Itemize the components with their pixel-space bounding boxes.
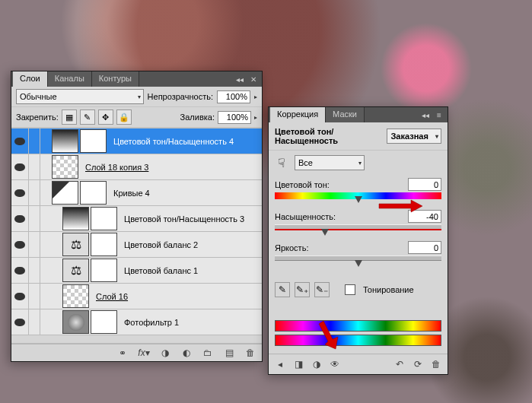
layer-item[interactable]: Слой 18 копия 3: [11, 154, 262, 180]
reset-icon[interactable]: ⟳: [411, 357, 425, 371]
preset-select[interactable]: Заказная: [387, 129, 441, 144]
preset-value: Заказная: [390, 132, 428, 141]
visibility-toggle[interactable]: [11, 206, 29, 231]
tab-channels[interactable]: Каналы: [48, 71, 92, 87]
layer-thumbnail[interactable]: [52, 155, 78, 179]
layer-mask[interactable]: [80, 129, 107, 153]
opacity-input[interactable]: 100%: [217, 90, 250, 103]
adjustment-title-row: Цветовой тон/Насыщенность Заказная: [269, 122, 448, 151]
layer-item[interactable]: Слой 16: [11, 284, 262, 309]
lock-transparency-button[interactable]: ▦: [62, 109, 77, 125]
visibility-toggle[interactable]: [11, 232, 29, 257]
layer-name[interactable]: Фотофильтр 1: [118, 318, 262, 327]
adjustment-layer-icon[interactable]: ◐: [180, 346, 193, 360]
layer-item[interactable]: ⚖ Цветовой баланс 2: [11, 232, 262, 258]
clip-to-layer-icon[interactable]: ◑: [310, 357, 323, 371]
lock-all-button[interactable]: 🔒: [116, 109, 132, 125]
group-icon[interactable]: 🗀: [201, 346, 215, 360]
layer-thumbnail[interactable]: [62, 284, 89, 308]
lock-position-button[interactable]: ✥: [98, 109, 113, 125]
tab-adjustments[interactable]: Коррекция: [270, 107, 326, 122]
visibility-toggle[interactable]: [11, 129, 29, 154]
lightness-slider-thumb[interactable]: [355, 260, 362, 267]
visibility-toggle[interactable]: [11, 180, 29, 205]
layer-name[interactable]: Кривые 4: [107, 189, 262, 198]
fill-label: Заливка:: [180, 113, 215, 122]
layers-panel: Слои Каналы Контуры ◂◂ ✕ Обычные Непрозр…: [11, 71, 263, 362]
layer-style-icon[interactable]: fx▾: [137, 346, 151, 360]
tab-masks[interactable]: Маски: [326, 107, 365, 122]
chevron-down-icon[interactable]: ▸: [254, 94, 257, 100]
layers-list[interactable]: Цветовой тон/Насыщенность 4 Слой 18 копи…: [11, 128, 262, 344]
hue-slider[interactable]: [275, 192, 441, 199]
link-layers-icon[interactable]: ⚭: [116, 346, 129, 360]
saturation-input[interactable]: -40: [408, 210, 441, 223]
layer-item[interactable]: Цветовой тон/Насыщенность 4: [11, 129, 262, 154]
collapse-icon[interactable]: ◂◂: [420, 109, 431, 120]
layers-panel-header: Слои Каналы Контуры ◂◂ ✕: [11, 71, 262, 87]
eyedropper-minus-icon[interactable]: ✎₋: [314, 282, 330, 297]
layer-name[interactable]: Цветовой баланс 2: [118, 240, 262, 249]
layer-name[interactable]: Слой 18 копия 3: [79, 163, 262, 172]
layer-name[interactable]: Цветовой тон/Насыщенность 3: [118, 214, 262, 224]
layer-name[interactable]: Слой 16: [90, 292, 262, 301]
lightness-slider[interactable]: [275, 255, 441, 261]
back-icon[interactable]: ◂: [273, 357, 287, 371]
saturation-slider[interactable]: [275, 224, 441, 230]
range-select[interactable]: Все: [295, 155, 365, 170]
previous-state-icon[interactable]: ↶: [393, 357, 406, 371]
expand-view-icon[interactable]: ◨: [291, 357, 305, 371]
collapse-icon[interactable]: ◂◂: [234, 74, 245, 84]
layer-mask[interactable]: [91, 233, 117, 256]
layer-thumbnail[interactable]: [62, 207, 89, 230]
layer-mask[interactable]: [80, 181, 107, 205]
adjustment-body: ☟ Все Цветовой тон: 0 Насыщенность: -40 …: [269, 151, 448, 354]
visibility-toggle[interactable]: [11, 309, 29, 335]
layer-thumbnail[interactable]: ⚖: [62, 259, 89, 282]
blend-mode-select[interactable]: Обычные: [16, 89, 144, 104]
layer-item[interactable]: Цветовой тон/Насыщенность 3: [11, 206, 262, 232]
visibility-toggle[interactable]: [11, 284, 29, 309]
layer-item[interactable]: Кривые 4: [11, 180, 262, 206]
adjustments-panel-footer: ◂ ◨ ◑ 👁 ↶ ⟳ 🗑: [269, 354, 448, 374]
layer-name[interactable]: Цветовой баланс 1: [118, 266, 262, 275]
layer-name[interactable]: Цветовой тон/Насыщенность 4: [107, 137, 262, 146]
hue-slider-thumb[interactable]: [355, 196, 362, 203]
targeted-adjust-icon[interactable]: ☟: [275, 156, 288, 170]
panel-menu-icon[interactable]: ≡: [434, 109, 444, 120]
delete-adjustment-icon[interactable]: 🗑: [429, 357, 443, 371]
close-icon[interactable]: ✕: [248, 74, 259, 84]
layer-item[interactable]: Фотофильтр 1: [11, 309, 262, 335]
layer-thumbnail[interactable]: [52, 129, 78, 153]
colorize-label: Тонирование: [363, 285, 414, 294]
layer-mask[interactable]: [91, 259, 117, 282]
layers-panel-footer: ⚭ fx▾ ◑ ◐ 🗀 ▤ 🗑: [11, 344, 262, 361]
visibility-toggle[interactable]: [11, 154, 29, 179]
colorize-checkbox[interactable]: [345, 284, 355, 295]
blend-opacity-row: Обычные Непрозрачность: 100% ▸: [11, 87, 262, 107]
range-value: Все: [298, 158, 313, 167]
lightness-input[interactable]: 0: [408, 241, 441, 254]
fill-input[interactable]: 100%: [218, 111, 251, 124]
saturation-slider-thumb[interactable]: [321, 229, 329, 236]
layer-thumbnail[interactable]: [52, 181, 78, 205]
hue-input[interactable]: 0: [408, 178, 441, 191]
hue-label: Цветовой тон:: [275, 180, 330, 189]
layer-mask[interactable]: [91, 310, 117, 334]
lightness-label: Яркость:: [275, 243, 308, 252]
delete-layer-icon[interactable]: 🗑: [244, 346, 257, 360]
lock-pixels-button[interactable]: ✎: [80, 109, 95, 125]
tab-paths[interactable]: Контуры: [92, 71, 139, 87]
layer-mask-icon[interactable]: ◑: [158, 346, 172, 360]
tab-layers[interactable]: Слои: [13, 71, 48, 87]
eyedropper-icon[interactable]: ✎: [275, 282, 290, 297]
visibility-toggle[interactable]: [11, 258, 29, 283]
layer-mask[interactable]: [91, 207, 117, 230]
chevron-down-icon[interactable]: ▸: [254, 114, 257, 121]
new-layer-icon[interactable]: ▤: [222, 346, 236, 360]
layer-thumbnail[interactable]: [62, 310, 89, 334]
layer-item[interactable]: ⚖ Цветовой баланс 1: [11, 258, 262, 284]
layer-thumbnail[interactable]: ⚖: [62, 233, 89, 256]
toggle-visibility-icon[interactable]: 👁: [328, 357, 342, 371]
eyedropper-plus-icon[interactable]: ✎₊: [295, 282, 310, 297]
